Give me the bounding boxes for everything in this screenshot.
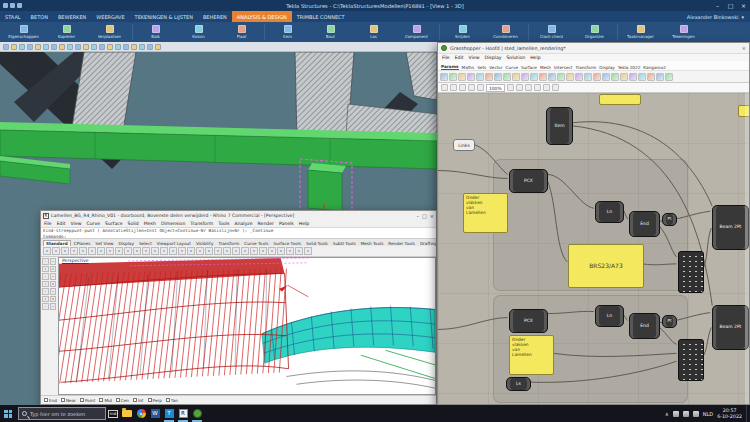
rhino-tool-icon[interactable] <box>106 247 114 255</box>
ls-node[interactable]: Ls <box>506 377 531 391</box>
rhino-side-tool-icon[interactable] <box>50 296 57 303</box>
rhino-side-tool-icon[interactable] <box>50 258 57 265</box>
ribbon-button-kolom[interactable]: Kolom <box>177 23 220 41</box>
rhino-side-tool-icon[interactable] <box>42 303 49 310</box>
rhino-side-tool-icon[interactable] <box>50 303 57 310</box>
component-icon[interactable] <box>458 73 466 81</box>
snap-tool-icon[interactable] <box>19 44 25 50</box>
component-icon[interactable] <box>584 73 592 81</box>
ribbon-button-tekeningen[interactable]: Tekeningen <box>662 23 705 41</box>
ribbon-button-snijden[interactable]: Snijden <box>441 23 484 41</box>
beam2pt-node[interactable]: Beam 2Pt <box>712 205 749 250</box>
ln-node[interactable]: Ln <box>595 305 624 327</box>
pcx-node[interactable]: PCX <box>509 309 548 333</box>
rhino-side-tool-icon[interactable] <box>42 281 49 288</box>
rhino-side-tool-icon[interactable] <box>50 281 57 288</box>
tekla-quick-access-toolbar[interactable] <box>3 3 22 8</box>
snap-tool-icon[interactable] <box>83 44 89 50</box>
panel-node[interactable] <box>599 94 641 105</box>
ribbon-button-eigenschappen[interactable]: Eigenschappen <box>2 23 45 41</box>
tekla-user-menu[interactable]: Alexander Binkowski▾ <box>687 11 750 22</box>
taskbar-clock[interactable]: 20:57 6-10-2022 <box>717 408 742 420</box>
osnap-tan[interactable]: Tan <box>166 398 178 403</box>
show-desktop-button[interactable] <box>746 405 749 422</box>
rhino-tool-icon[interactable] <box>277 247 285 255</box>
tekla-tab-trimble-connect[interactable]: TRIMBLE CONNECT <box>292 11 350 22</box>
rhino-tool-icon[interactable] <box>43 247 51 255</box>
rhino-side-tool-icon[interactable] <box>42 296 49 303</box>
minimize-button[interactable]: – <box>711 0 724 11</box>
rhino-tool-icon[interactable] <box>115 247 123 255</box>
ribbon-button-las[interactable]: Las <box>352 23 395 41</box>
onedrive-icon[interactable] <box>673 411 679 417</box>
save-icon[interactable] <box>3 3 8 8</box>
rhino-tool-icon[interactable] <box>295 247 303 255</box>
menu-dimension[interactable]: Dimension <box>161 221 185 226</box>
canvas-tool-icon[interactable] <box>507 84 514 91</box>
rhino-tool-icon[interactable] <box>196 247 204 255</box>
component-icon[interactable] <box>449 73 457 81</box>
tekla-tab-analysis-design[interactable]: ANALYSIS & DESIGN <box>232 11 292 22</box>
close-button[interactable]: × <box>742 45 746 51</box>
menu-mesh[interactable]: Mesh <box>144 221 156 226</box>
rhino-tool-icon[interactable] <box>205 247 213 255</box>
rhino-tool-icon[interactable] <box>250 247 258 255</box>
menu-view[interactable]: View <box>71 221 82 226</box>
osnap-end[interactable]: End <box>44 398 57 403</box>
component-icon[interactable] <box>656 73 664 81</box>
beam2pt-node[interactable]: Beam 2Pt <box>712 305 749 350</box>
ribbon-button-kopi-ren[interactable]: Kopiëren <box>45 23 88 41</box>
snap-tool-icon[interactable] <box>139 44 145 50</box>
pcx-node[interactable]: PCX <box>509 169 548 193</box>
osnap-perp[interactable]: Perp <box>148 398 162 403</box>
component-icon[interactable] <box>440 73 448 81</box>
component-icon[interactable] <box>530 73 538 81</box>
snap-tool-icon[interactable] <box>27 44 33 50</box>
rhino-tool-icon[interactable] <box>214 247 222 255</box>
menu-file[interactable]: File <box>44 221 52 226</box>
canvas-tool-icon[interactable] <box>543 84 550 91</box>
canvas-tool-icon[interactable] <box>516 84 523 91</box>
snap-tool-icon[interactable] <box>91 44 97 50</box>
menu-file[interactable]: File <box>442 55 450 60</box>
menu-solution[interactable]: Solution <box>506 55 525 60</box>
panel-onder-vlakken[interactable]: Onder vlakken van Lamellen <box>509 335 554 375</box>
snap-tool-icon[interactable] <box>51 44 57 50</box>
tekla-tab-beton[interactable]: BETON <box>26 11 53 22</box>
ribbon-button-item[interactable]: Item <box>266 23 309 41</box>
snap-tool-icon[interactable] <box>59 44 65 50</box>
rhino-tool-icon[interactable] <box>223 247 231 255</box>
end-node[interactable]: End <box>629 211 660 237</box>
rhino-side-tool-icon[interactable] <box>50 273 57 280</box>
rhino-command-area[interactable]: Eind-streeppunt-punt ( AnnotatieStijlen=… <box>41 227 436 239</box>
tray-expand-icon[interactable]: ∧ <box>665 411 669 417</box>
menu-panels[interactable]: Panels <box>279 221 294 226</box>
links-node[interactable]: Links <box>453 139 475 151</box>
taskbar-icon-grasshopper[interactable] <box>190 405 204 422</box>
language-indicator[interactable]: NLD <box>703 411 713 417</box>
canvas-scrollbar[interactable] <box>745 93 749 404</box>
rhino-side-tool-icon[interactable] <box>50 266 57 273</box>
rhino-side-tool-icon[interactable] <box>42 288 49 295</box>
rhino-tool-icon[interactable] <box>304 247 312 255</box>
osnap-int[interactable]: Int <box>133 398 144 403</box>
close-button[interactable]: × <box>737 0 750 11</box>
canvas-tool-icon[interactable] <box>441 84 448 91</box>
rhino-tool-icon[interactable] <box>133 247 141 255</box>
undo-icon[interactable] <box>10 3 15 8</box>
ribbon-button-organizer[interactable]: Organizer <box>573 23 616 41</box>
tekla-tab-staal[interactable]: STAAL <box>0 11 26 22</box>
rhino-tool-icon[interactable] <box>97 247 105 255</box>
menu-surface[interactable]: Surface <box>105 221 123 226</box>
menu-display[interactable]: Display <box>485 55 502 60</box>
component-icon[interactable] <box>593 73 601 81</box>
snap-tool-icon[interactable] <box>11 44 17 50</box>
rhino-tool-icon[interactable] <box>286 247 294 255</box>
osnap-point[interactable]: Point <box>80 398 95 403</box>
menu-analyze[interactable]: Analyze <box>235 221 253 226</box>
snap-tool-icon[interactable] <box>3 44 9 50</box>
snap-tool-icon[interactable] <box>131 44 137 50</box>
canvas-tool-icon[interactable] <box>534 84 541 91</box>
component-icon[interactable] <box>575 73 583 81</box>
ribbon-button-bout[interactable]: Bout <box>309 23 352 41</box>
